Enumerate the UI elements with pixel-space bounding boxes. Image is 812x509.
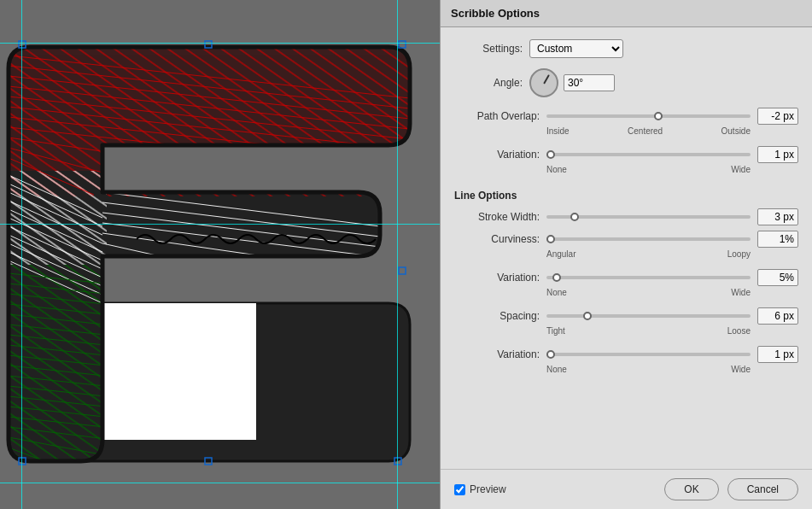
variation-label-wide-1: Wide xyxy=(731,165,751,174)
curviness-variation-label: Variation: xyxy=(454,272,540,284)
path-overlap-label-inside: Inside xyxy=(546,126,570,136)
spacing-variation-track[interactable] xyxy=(546,353,751,356)
path-overlap-label-outside: Outside xyxy=(721,126,751,136)
path-overlap-thumb[interactable] xyxy=(654,112,663,120)
guideline-vertical-1 xyxy=(21,0,22,509)
path-overlap-variation-labels: None Wide xyxy=(454,165,798,174)
svg-rect-59 xyxy=(399,267,406,274)
dialog-footer: Preview OK Cancel xyxy=(441,469,812,509)
path-overlap-variation-value: 1 px xyxy=(757,146,798,163)
path-overlap-variation-section: Variation: 1 px None Wide xyxy=(454,146,798,181)
path-overlap-value: -2 px xyxy=(757,108,798,125)
spacing-variation-wrap: 1 px xyxy=(546,346,798,363)
preview-label: Preview xyxy=(470,483,506,495)
line-options-title: Line Options xyxy=(454,190,798,202)
spacing-thumb[interactable] xyxy=(583,312,592,320)
settings-label: Settings: xyxy=(454,43,523,55)
angle-label: Angle: xyxy=(454,77,523,89)
curviness-track[interactable] xyxy=(546,237,751,241)
path-overlap-variation-label: Variation: xyxy=(454,149,540,161)
spacing-label-tight: Tight xyxy=(546,326,565,336)
stroke-width-label: Stroke Width: xyxy=(454,211,540,223)
spacing-variation-labels: None Wide xyxy=(454,365,798,374)
spacing-variation-section: Variation: 1 px None Wide xyxy=(454,346,798,381)
curviness-variation-track[interactable] xyxy=(546,276,751,279)
path-overlap-track[interactable] xyxy=(546,114,751,118)
dialog-body: Settings: Custom Default Angle: Path Ove… xyxy=(441,27,812,469)
spacing-label: Spacing: xyxy=(454,310,540,322)
dialog-title: Scribble Options xyxy=(441,0,812,27)
spacing-section: Spacing: 6 px Tight Loose xyxy=(454,307,798,342)
svg-rect-6 xyxy=(102,303,256,440)
path-overlap-track-wrap: -2 px xyxy=(546,108,798,125)
path-overlap-variation-row: Variation: 1 px xyxy=(454,146,798,163)
spacing-label-loose: Loose xyxy=(727,326,751,336)
path-overlap-row: Path Overlap: -2 px xyxy=(454,108,798,125)
spacing-variation-wide: Wide xyxy=(731,365,751,374)
curviness-labels: Angular Loopy xyxy=(454,249,798,259)
spacing-variation-label: Variation: xyxy=(454,348,540,360)
curviness-variation-value: 5% xyxy=(757,269,798,286)
spacing-labels: Tight Loose xyxy=(454,326,798,336)
spacing-variation-row: Variation: 1 px xyxy=(454,346,798,363)
curviness-row: Curviness: 1% xyxy=(454,231,798,248)
curviness-thumb[interactable] xyxy=(546,235,555,243)
spacing-variation-thumb[interactable] xyxy=(546,350,555,359)
spacing-wrap: 6 px xyxy=(546,307,798,325)
angle-input[interactable] xyxy=(564,74,615,91)
settings-row: Settings: Custom Default xyxy=(454,39,798,58)
canvas-area xyxy=(0,0,440,509)
path-overlap-variation-thumb[interactable] xyxy=(546,150,555,159)
path-overlap-variation-wrap: 1 px xyxy=(546,146,798,163)
spacing-variation-value: 1 px xyxy=(757,346,798,363)
curviness-variation-section: Variation: 5% None Wide xyxy=(454,269,798,304)
preview-checkbox[interactable] xyxy=(454,484,465,495)
stroke-width-track[interactable] xyxy=(546,215,751,219)
path-overlap-label: Path Overlap: xyxy=(454,110,540,122)
curviness-value: 1% xyxy=(757,231,798,248)
path-overlap-section: Path Overlap: -2 px Inside Centered Outs… xyxy=(454,108,798,143)
guideline-horizontal-2 xyxy=(0,224,440,225)
spacing-row: Spacing: 6 px xyxy=(454,307,798,325)
angle-row: Angle: xyxy=(454,68,798,97)
curviness-variation-none: None xyxy=(546,288,567,297)
path-overlap-variation-track[interactable] xyxy=(546,153,751,156)
stroke-width-row: Stroke Width: 3 px xyxy=(454,208,798,225)
guideline-vertical-2 xyxy=(397,0,398,509)
guideline-horizontal-1 xyxy=(0,43,440,44)
spacing-variation-none: None xyxy=(546,365,567,374)
curviness-variation-row: Variation: 5% xyxy=(454,269,798,286)
stroke-width-wrap: 3 px xyxy=(546,208,798,225)
letter-e-artwork xyxy=(0,0,440,509)
stroke-width-section: Stroke Width: 3 px xyxy=(454,208,798,227)
curviness-label-loopy: Loopy xyxy=(727,249,751,259)
preview-checkbox-row: Preview xyxy=(454,483,506,495)
variation-label-none-1: None xyxy=(546,165,567,174)
cancel-button[interactable]: Cancel xyxy=(727,478,798,500)
angle-dial[interactable] xyxy=(529,68,558,97)
spacing-value: 6 px xyxy=(757,307,798,325)
curviness-variation-wide: Wide xyxy=(731,288,751,297)
stroke-width-thumb[interactable] xyxy=(570,213,579,221)
curviness-section: Curviness: 1% Angular Loopy xyxy=(454,231,798,266)
path-overlap-labels: Inside Centered Outside xyxy=(454,126,798,136)
curviness-variation-wrap: 5% xyxy=(546,269,798,286)
ok-button[interactable]: OK xyxy=(664,478,718,500)
guideline-horizontal-3 xyxy=(0,483,440,483)
scribble-options-dialog: Scribble Options Settings: Custom Defaul… xyxy=(440,0,812,509)
settings-select[interactable]: Custom Default xyxy=(529,39,623,58)
svg-rect-8 xyxy=(9,171,107,265)
path-overlap-label-centered: Centered xyxy=(628,126,663,136)
curviness-variation-labels: None Wide xyxy=(454,288,798,297)
curviness-label: Curviness: xyxy=(454,233,540,245)
curviness-variation-thumb[interactable] xyxy=(552,273,561,282)
curviness-label-angular: Angular xyxy=(546,249,575,259)
stroke-width-value: 3 px xyxy=(757,208,798,225)
curviness-wrap: 1% xyxy=(546,231,798,248)
spacing-track[interactable] xyxy=(546,314,751,318)
